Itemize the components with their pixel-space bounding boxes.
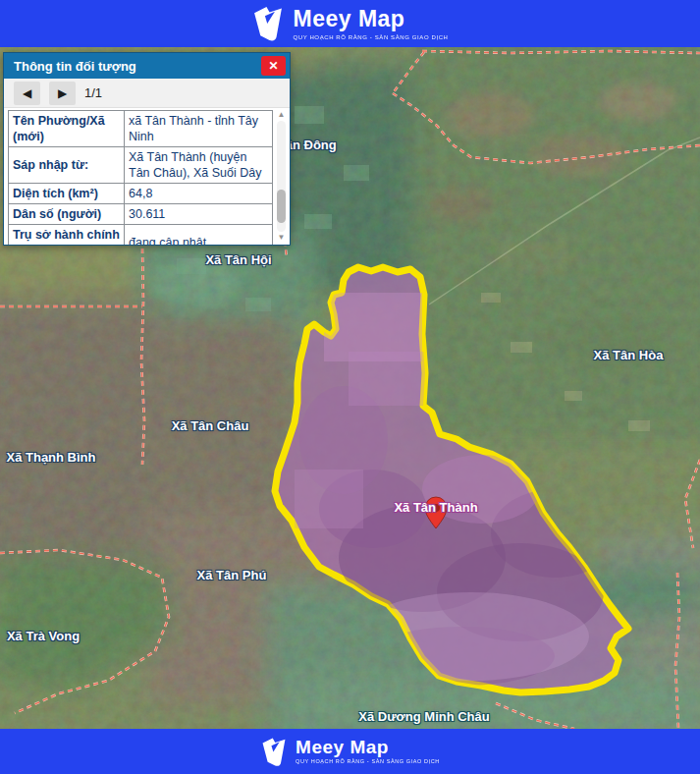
- meey-map-logo-icon: [251, 4, 285, 43]
- meey-map-logo: Meey Map QUY HOẠCH RÕ RÀNG - SẴN SÀNG GI…: [251, 4, 448, 43]
- popup-header: Thông tin đối tượng ✕: [4, 53, 290, 79]
- scrollbar-thumb[interactable]: [277, 190, 286, 223]
- meey-map-logo-icon: [260, 736, 288, 768]
- row-label: Tên Phường/Xã (mới): [9, 111, 125, 146]
- popup-title: Thông tin đối tượng: [14, 59, 136, 74]
- prev-page-button[interactable]: ◀: [14, 82, 40, 105]
- table-row: Tên Phường/Xã (mới) xã Tân Thành - tỉnh …: [9, 111, 272, 147]
- app-window: Meey Map QUY HOẠCH RÕ RÀNG - SẴN SÀNG GI…: [0, 0, 700, 774]
- popup-scrollbar[interactable]: ▲ ▼: [275, 110, 288, 243]
- table-row: Sáp nhập từ: Xã Tân Thành (huyện Tân Châ…: [9, 147, 272, 184]
- brand-name: Meey Map: [296, 738, 440, 756]
- pager-indicator: 1/1: [84, 85, 102, 100]
- close-icon[interactable]: ✕: [261, 56, 286, 76]
- popup-pager-bar: ◀ ▶ 1/1: [4, 79, 290, 108]
- brand-name: Meey Map: [293, 8, 448, 30]
- row-label: Trụ sở hành chính (mới): [9, 225, 125, 245]
- row-value: đang cập nhật: [125, 225, 272, 245]
- object-info-popup: Thông tin đối tượng ✕ ◀ ▶ 1/1 Tên Phường…: [3, 52, 291, 246]
- meey-map-footer-logo: Meey Map QUY HOẠCH RÕ RÀNG - SẴN SÀNG GI…: [260, 736, 440, 768]
- row-value: xã Tân Thành - tỉnh Tây Ninh: [125, 111, 272, 146]
- next-page-button[interactable]: ▶: [49, 82, 76, 105]
- row-value: 30.611: [125, 204, 272, 224]
- brand-tagline: QUY HOẠCH RÕ RÀNG - SẴN SÀNG GIAO DỊCH: [293, 34, 448, 40]
- footer-bar: Meey Map QUY HOẠCH RÕ RÀNG - SẴN SÀNG GI…: [0, 729, 700, 774]
- row-label: Diện tích (km²): [9, 184, 125, 203]
- row-value: 64,8: [125, 184, 272, 203]
- popup-body: Tên Phường/Xã (mới) xã Tân Thành - tỉnh …: [4, 108, 290, 245]
- row-value: Xã Tân Thành (huyện Tân Châu), Xã Suối D…: [125, 147, 272, 183]
- table-row: Diện tích (km²) 64,8: [9, 184, 272, 204]
- brand-tagline: QUY HOẠCH RÕ RÀNG - SẴN SÀNG GIAO DỊCH: [296, 759, 440, 765]
- attribute-table: Tên Phường/Xã (mới) xã Tân Thành - tỉnh …: [8, 110, 273, 245]
- row-label: Sáp nhập từ:: [9, 147, 125, 183]
- table-row: Dân số (người) 30.611: [9, 204, 272, 225]
- row-label: Dân số (người): [9, 204, 125, 224]
- header-bar: Meey Map QUY HOẠCH RÕ RÀNG - SẴN SÀNG GI…: [0, 0, 700, 47]
- scroll-down-icon[interactable]: ▼: [278, 233, 286, 243]
- table-row: Trụ sở hành chính (mới) đang cập nhật: [9, 225, 272, 245]
- scrollbar-track[interactable]: [277, 121, 286, 232]
- scroll-up-icon[interactable]: ▲: [278, 110, 286, 120]
